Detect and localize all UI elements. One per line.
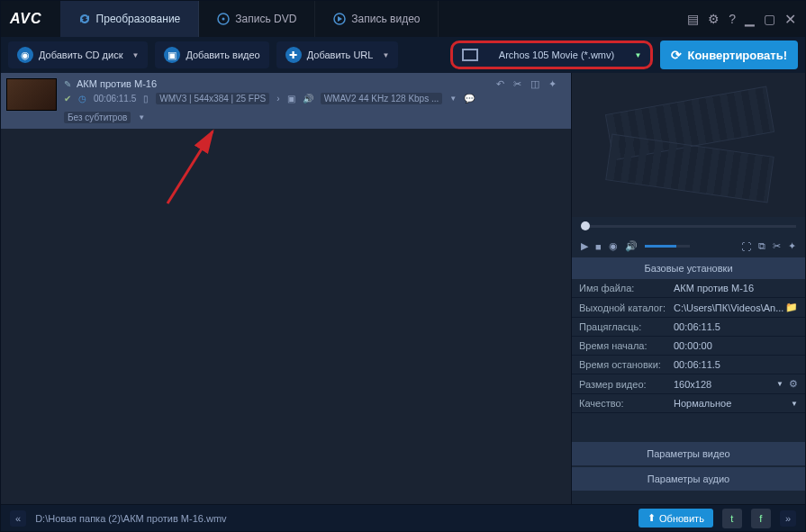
globe-plus-icon: ✚ [285, 47, 302, 63]
tab-label: Запись DVD [235, 13, 296, 25]
add-video-button[interactable]: ▣ Добавить видео [155, 41, 268, 68]
settings-panel: Базовые установки Имя файла: АКМ против … [572, 257, 805, 504]
setting-duration: Працягласць: 00:06:11.5 [572, 318, 805, 337]
edit-icon[interactable]: ✎ [64, 79, 71, 89]
setting-stop-time: Время остановки: 00:06:11.5 [572, 356, 805, 374]
setting-video-size: Размер видео: 160x128 ▼ ⚙ [572, 374, 805, 394]
scissors-icon[interactable]: ✂ [773, 240, 781, 252]
minimize-icon[interactable]: ▁ [745, 12, 755, 26]
facebook-icon[interactable]: f [751, 509, 771, 528]
video-params-header[interactable]: Параметры видео [572, 442, 805, 465]
setting-output-dir: Выходной каталог: C:\Users\ПК\Videos\An.… [572, 298, 805, 318]
folder-icon[interactable]: 📁 [785, 302, 798, 313]
expand-button[interactable]: » [780, 510, 796, 527]
effects-icon[interactable]: ✦ [788, 240, 796, 252]
audio-format[interactable]: WMAV2 44 KHz 128 Kbps ... [321, 93, 443, 104]
toolbar: ◉ Добавить CD диск ▼ ▣ Добавить видео ✚ … [1, 37, 805, 73]
profile-selector[interactable]: Archos 105 Movie (*.wmv) ▼ [450, 41, 653, 69]
btn-label: Добавить видео [186, 50, 259, 60]
convert-button[interactable]: ⟳ Конвертировать! [660, 41, 798, 69]
volume-icon[interactable]: 🔊 [625, 240, 638, 252]
file-info: ✎ АКМ против М-16 ✔ ◷ 00:06:11.5 ▯ WMV3 … [64, 78, 489, 123]
tab-label: Запись видео [351, 13, 420, 25]
video-format: WMV3 | 544x384 | 25 FPS [156, 93, 269, 104]
tab-label: Преобразование [96, 13, 181, 25]
film-icon: ▯ [143, 94, 149, 104]
setting-quality: Качество: Нормальное ▼ [572, 394, 805, 413]
player-controls: ▶ ■ ◉ 🔊 ⛶ ⧉ ✂ ✦ [572, 235, 805, 257]
play-icon[interactable]: ▶ [581, 240, 588, 252]
popout-icon[interactable]: ⧉ [758, 240, 765, 252]
help-icon[interactable]: ? [729, 12, 736, 26]
options-icon[interactable]: ▤ [687, 12, 699, 26]
btn-label: Конвертировать! [687, 49, 787, 62]
cut-icon[interactable]: ✂ [513, 78, 521, 123]
effects-icon[interactable]: ✦ [548, 78, 557, 123]
twitter-icon[interactable]: t [722, 509, 742, 528]
disc-icon [217, 13, 230, 25]
tab-record[interactable]: Запись видео [315, 1, 439, 37]
chevron-down-icon[interactable]: ▼ [776, 380, 783, 388]
file-name: АКМ против М-16 [77, 78, 157, 89]
film-icon [462, 49, 478, 61]
preview-area [572, 73, 805, 217]
undo-icon[interactable]: ↶ [496, 78, 504, 123]
snapshot-icon[interactable]: ◉ [609, 240, 618, 252]
subtitle-icon: 💬 [464, 94, 475, 104]
svg-point-1 [222, 18, 225, 21]
chevron-right-icon[interactable]: › [276, 94, 279, 104]
close-icon[interactable]: ✕ [784, 11, 796, 28]
clock-icon: ◷ [78, 94, 86, 104]
side-panel: ▶ ■ ◉ 🔊 ⛶ ⧉ ✂ ✦ Базовые установки Имя фа… [571, 73, 805, 504]
app-window: AVC Преобразование Запись DVD Запись вид… [0, 0, 806, 532]
collapse-button[interactable]: « [10, 510, 26, 527]
car-icon: ▣ [287, 94, 295, 104]
volume-slider[interactable] [645, 245, 690, 248]
chevron-down-icon[interactable]: ▼ [791, 400, 798, 408]
chevron-down-icon: ▼ [132, 51, 140, 59]
setting-start-time: Время начала: 00:00:00 [572, 337, 805, 356]
thumbnail [6, 78, 57, 111]
chevron-down-icon[interactable]: ▼ [449, 95, 457, 103]
titlebar: AVC Преобразование Запись DVD Запись вид… [1, 1, 805, 37]
crop-icon[interactable]: ◫ [530, 78, 539, 123]
btn-label: Добавить CD диск [39, 50, 123, 60]
stop-icon[interactable]: ■ [595, 241, 602, 252]
status-bar: « D:\Новая папка (2)\АКМ против М-16.wmv… [1, 504, 805, 531]
chevron-down-icon: ▼ [382, 51, 389, 59]
play-circle-icon [333, 13, 346, 25]
file-item[interactable]: ✎ АКМ против М-16 ✔ ◷ 00:06:11.5 ▯ WMV3 … [1, 73, 571, 129]
check-icon[interactable]: ✔ [64, 94, 71, 104]
filmstrip-icon [608, 91, 770, 199]
app-logo: AVC [10, 11, 42, 27]
file-list: ✎ АКМ против М-16 ✔ ◷ 00:06:11.5 ▯ WMV3 … [1, 73, 571, 504]
gear-icon[interactable]: ⚙ [789, 378, 798, 390]
add-cd-button[interactable]: ◉ Добавить CD диск ▼ [8, 41, 148, 68]
subtitles[interactable]: Без субтитров [64, 112, 131, 123]
file-path: D:\Новая папка (2)\АКМ против М-16.wmv [35, 513, 629, 524]
gear-icon[interactable]: ⚙ [708, 12, 720, 26]
add-url-button[interactable]: ✚ Добавить URL ▼ [276, 41, 399, 68]
speaker-icon[interactable]: 🔊 [303, 94, 313, 104]
tab-convert[interactable]: Преобразование [60, 1, 200, 37]
convert-icon: ⟳ [671, 48, 682, 62]
audio-params-header[interactable]: Параметры аудио [572, 467, 805, 491]
update-button[interactable]: ⬆ Обновить [638, 509, 713, 527]
settings-header: Базовые установки [572, 257, 805, 279]
maximize-icon[interactable]: ▢ [764, 12, 775, 26]
btn-label: Добавить URL [307, 50, 374, 60]
file-actions: ↶ ✂ ◫ ✦ [496, 78, 566, 123]
setting-filename: Имя файла: АКМ против М-16 [572, 279, 805, 298]
tab-dvd[interactable]: Запись DVD [199, 1, 315, 37]
disc-plus-icon: ◉ [17, 47, 33, 63]
refresh-icon [78, 13, 91, 25]
film-plus-icon: ▣ [164, 47, 180, 63]
content-area: ✎ АКМ против М-16 ✔ ◷ 00:06:11.5 ▯ WMV3 … [1, 73, 805, 504]
seek-slider[interactable] [572, 217, 805, 235]
profile-text: Archos 105 Movie (*.wmv) [487, 50, 625, 60]
upload-icon: ⬆ [648, 512, 656, 524]
chevron-down-icon: ▼ [635, 51, 642, 59]
expand-icon[interactable]: ⛶ [741, 241, 751, 252]
chevron-down-icon[interactable]: ▼ [138, 113, 145, 122]
window-controls: ▤ ⚙ ? ▁ ▢ ✕ [687, 11, 796, 28]
